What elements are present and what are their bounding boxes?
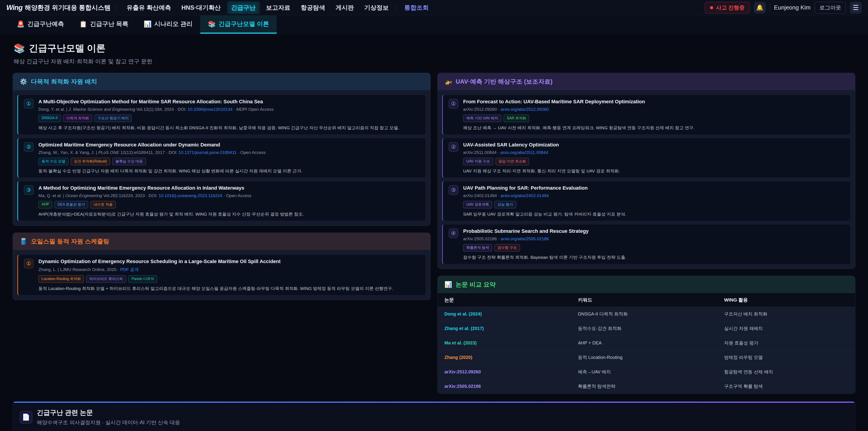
oil-drum-icon: 🛢️ bbox=[20, 238, 27, 245]
comparison-table: 논문 키워드 WING 활용 Dong et al. (2024) DNSGA-… bbox=[438, 293, 855, 394]
arxiv-link[interactable]: arxiv.org/abs/2505.02186 bbox=[501, 237, 549, 241]
tab-scenario-management[interactable]: 📊 시나리오 관리 bbox=[136, 16, 200, 34]
paper-name[interactable]: arXiv:2512.09260 bbox=[438, 365, 571, 379]
panel-multiobjective-allocation: ⚙️ 다목적 최적화 자원 배치 ① A Multi-Objective Opt… bbox=[13, 73, 431, 226]
panel-header: ⚙️ 다목적 최적화 자원 배치 bbox=[13, 73, 430, 90]
paper-name[interactable]: Ma et al. (2023) bbox=[438, 336, 571, 350]
tag: 성능 평가 bbox=[494, 201, 516, 208]
paper-authors: Dong, Y. et al. | bbox=[38, 107, 67, 112]
paper-citation: arXiv:2512.09260 · arxiv.org/abs/2512.09… bbox=[463, 107, 844, 112]
nav-item-weather[interactable]: 기상정보 bbox=[360, 1, 393, 14]
column-header: 키워드 bbox=[571, 293, 717, 307]
siren-icon: 🚨 bbox=[17, 20, 25, 28]
logout-button[interactable]: 로그아웃 bbox=[815, 2, 846, 13]
paper-card: ④ Probabilistic Submarine Search and Res… bbox=[442, 224, 850, 264]
doi-link[interactable]: 10.1016/j.oceaneng.2023.116224 bbox=[159, 193, 222, 198]
paper-number-badge: ① bbox=[24, 259, 33, 268]
gear-icon: ⚙️ bbox=[20, 78, 27, 85]
table-row: Dong et al. (2024) DNSGA-II 다목적 최적화 구조자산… bbox=[438, 307, 855, 321]
tag: UAV 경로계획 bbox=[463, 201, 492, 208]
paper-keyword: 동적수요·강건 최적화 bbox=[571, 321, 717, 336]
arxiv-link[interactable]: arxiv.org/abs/2511.00844 bbox=[500, 150, 548, 155]
tab-sar-model-theory[interactable]: 📚 긴급구난모델 이론 bbox=[200, 16, 277, 34]
paper-number-badge: ④ bbox=[449, 228, 458, 238]
paper-title: A Method for Optimizing Maritime Emergen… bbox=[38, 185, 420, 191]
nav-item-sar[interactable]: 긴급구난 bbox=[227, 1, 260, 14]
nav-item-oil-spill[interactable]: 유출유 확산예측 bbox=[123, 1, 175, 14]
panel-uav-rescue: 🚁 UAV·예측 기반 해상구조 (보조자료) ① From Forecast … bbox=[437, 73, 855, 269]
paper-name[interactable]: Zhang et al. (2017) bbox=[438, 321, 571, 336]
document-icon: 📄 bbox=[20, 411, 32, 424]
paper-name[interactable]: Zhang (2020) bbox=[438, 350, 571, 365]
arxiv-id: arXiv:2511.00844 · bbox=[463, 150, 499, 155]
section-title: 긴급구난 관련 논문 bbox=[37, 408, 180, 417]
bar-chart-icon: 📊 bbox=[144, 20, 151, 28]
paper-summary: 해상 조난 예측 → UAV 사전 배치 최적화. 예측-행동 연계 프레임워크… bbox=[463, 125, 844, 131]
table-row: arXiv:2505.02186 확률론적 탐색전략 구조구역 확률 탐색 bbox=[438, 379, 855, 394]
paper-keyword: 확률론적 탐색전략 bbox=[571, 379, 717, 394]
status-dot-icon bbox=[710, 6, 713, 9]
pdf-link[interactable]: PDF 공개 bbox=[120, 267, 138, 272]
paper-summary: SAR 임무용 UAV 경로계획 알고리즘 성능 비교 평가. 탐색 커버리지·… bbox=[463, 211, 844, 217]
paper-citation: arXiv:2402.01494 · arxiv.org/abs/2402.01… bbox=[463, 193, 844, 198]
arxiv-link[interactable]: arxiv.org/abs/2402.01494 bbox=[501, 193, 549, 198]
app-logo[interactable]: Wing 해양환경 위기대응 통합시스템 bbox=[6, 3, 111, 12]
tag: 응답 지연 최소화 bbox=[495, 158, 529, 165]
paper-citation: arXiv:2511.00844 · arxiv.org/abs/2511.00… bbox=[463, 150, 844, 155]
section-subtitle: 해양수색구조 의사결정지원 · 실시간 데이터·AI 기반 신속 대응 bbox=[37, 419, 180, 426]
page-title: 긴급구난모델 이론 bbox=[29, 42, 105, 55]
paper-name[interactable]: Dong et al. (2024) bbox=[438, 307, 571, 321]
nav-item-integrated-search[interactable]: 통합조회 bbox=[400, 1, 433, 14]
tag: 잠수함 구조 bbox=[494, 244, 520, 251]
paper-authors: Zhang, W., Yan, X. & Yang, J. | bbox=[38, 150, 97, 155]
nav-item-aerial-search[interactable]: 항공탐색 bbox=[297, 1, 329, 14]
panel-title: 논문 비교 요약 bbox=[456, 280, 496, 288]
paper-access: · MDPI Open Access bbox=[234, 107, 274, 112]
paper-access: · Open Access bbox=[223, 193, 252, 198]
table-header-row: 논문 키워드 WING 활용 bbox=[438, 293, 855, 307]
tag: 확률론적 탐색 bbox=[463, 244, 492, 251]
wing-usage: 방제정 라우팅 모델 bbox=[717, 350, 855, 365]
arxiv-id: arXiv:2402.01494 · bbox=[463, 193, 500, 198]
paper-title: Optimized Maritime Emergency Resource Al… bbox=[38, 142, 420, 148]
incident-status-badge[interactable]: 사고 진행중 bbox=[705, 2, 750, 13]
paper-name[interactable]: arXiv:2505.02186 bbox=[438, 379, 571, 394]
paper-authors: Ma, Q. et al. | bbox=[38, 193, 64, 198]
paper-journal: Ocean Engineering bbox=[65, 193, 102, 198]
tag: Location-Routing 최적화 bbox=[38, 275, 84, 283]
paper-title: UAV-Assisted SAR Latency Optimization bbox=[463, 142, 844, 148]
table-row: Zhang et al. (2017) 동적수요·강건 최적화 실시간 자원 재… bbox=[438, 321, 855, 336]
tab-sar-list[interactable]: 📋 긴급구난 목록 bbox=[72, 16, 136, 34]
books-icon: 📚 bbox=[13, 43, 25, 54]
paper-card: ③ UAV Path Planning for SAR: Performance… bbox=[442, 181, 850, 221]
nav-item-reports[interactable]: 보고자료 bbox=[262, 1, 294, 14]
arxiv-id: arXiv:2505.02186 · bbox=[463, 237, 500, 241]
nav-item-board[interactable]: 게시판 bbox=[332, 1, 358, 14]
tab-sar-prediction[interactable]: 🚨 긴급구난예측 bbox=[9, 16, 72, 34]
paper-title: A Multi-Objective Optimization Method fo… bbox=[38, 98, 420, 105]
wing-usage: 항공탐색 연동 선제 배치 bbox=[717, 365, 855, 379]
panel-header: 📊 논문 비교 요약 bbox=[438, 276, 855, 293]
paper-title: Probabilistic Submarine Search and Rescu… bbox=[463, 228, 844, 235]
tag: 예측 기반 UAV 배치 bbox=[463, 115, 501, 122]
paper-volume: 12(12):e0189411, 2017 · DOI: bbox=[121, 150, 178, 155]
menu-button[interactable]: ☰ bbox=[850, 2, 862, 13]
paper-citation: Dong, Y. et al. | J. Marine Science and … bbox=[38, 107, 420, 112]
notifications-button[interactable]: 🔔 bbox=[754, 2, 766, 13]
tag: DEA 효율성 평가 bbox=[55, 201, 88, 208]
doi-link[interactable]: 10.1371/journal.pone.0189411 bbox=[179, 150, 237, 155]
paper-number-badge: ① bbox=[24, 99, 33, 109]
main-content: 📚 긴급구난모델 이론 해상 긴급구난 자원 배치·최적화 이론 및 참고 연구… bbox=[0, 34, 868, 431]
tag: 하이브리드 휴리스틱 bbox=[86, 275, 126, 283]
doi-link[interactable]: 10.3390/jmse12010134 bbox=[188, 107, 232, 112]
arxiv-link[interactable]: arxiv.org/abs/2512.09260 bbox=[501, 107, 549, 112]
clipboard-icon: 📋 bbox=[79, 20, 87, 28]
helicopter-icon: 🚁 bbox=[444, 78, 452, 85]
paper-summary: 해상 사고 후 구조자원(구조선·항공기) 배치 최적화. 비용·응답시간 동시… bbox=[38, 125, 420, 131]
paper-title: UAV Path Planning for SAR: Performance E… bbox=[463, 185, 844, 191]
paper-keyword: DNSGA-II 다목적 최적화 bbox=[571, 307, 717, 321]
column-header: WING 활용 bbox=[717, 293, 855, 307]
nav-item-hns[interactable]: HNS·대기확산 bbox=[178, 1, 225, 14]
arxiv-id: arXiv:2512.09260 · bbox=[463, 107, 500, 112]
tag: 내수로 적용 bbox=[90, 201, 116, 208]
